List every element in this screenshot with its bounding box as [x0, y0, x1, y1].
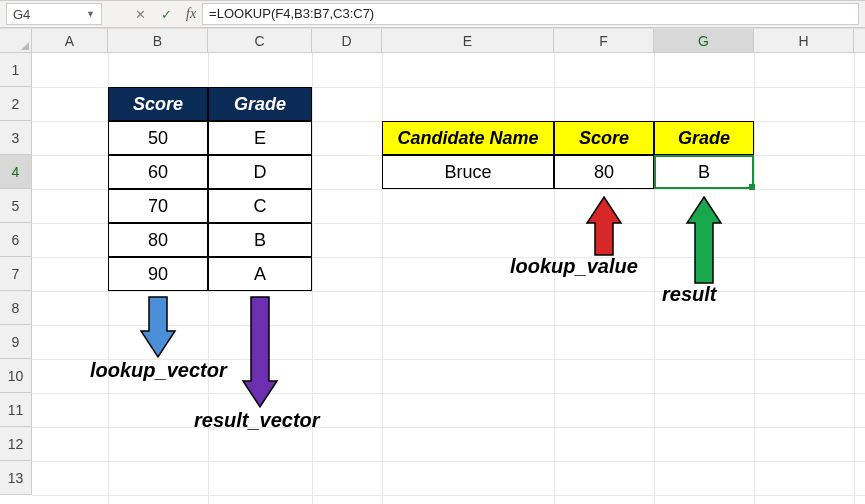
name-box[interactable]: G4 ▼ — [6, 3, 102, 25]
enter-formula-icon: ✓ — [158, 7, 174, 22]
row-header-12[interactable]: 12 — [0, 427, 32, 461]
col-header-A[interactable]: A — [32, 29, 108, 52]
col-header-D[interactable]: D — [312, 29, 382, 52]
row-header-11[interactable]: 11 — [0, 393, 32, 427]
lookup-grade-0[interactable]: E — [208, 121, 312, 155]
row-header-10[interactable]: 10 — [0, 359, 32, 393]
arrow-result-vector — [238, 295, 282, 411]
row-header-5[interactable]: 5 — [0, 189, 32, 223]
fill-handle[interactable] — [749, 184, 755, 190]
lookup-header-score[interactable]: Score — [108, 87, 208, 121]
col-header-C[interactable]: C — [208, 29, 312, 52]
row-header-4[interactable]: 4 — [0, 155, 32, 189]
col-header-E[interactable]: E — [382, 29, 554, 52]
row-header-9[interactable]: 9 — [0, 325, 32, 359]
lookup-score-4[interactable]: 90 — [108, 257, 208, 291]
cand-grade-active-cell[interactable]: B — [654, 155, 754, 189]
arrow-lookup-vector — [136, 295, 180, 361]
lookup-header-grade[interactable]: Grade — [208, 87, 312, 121]
lookup-grade-3[interactable]: B — [208, 223, 312, 257]
lookup-grade-1[interactable]: D — [208, 155, 312, 189]
row-header-1[interactable]: 1 — [0, 53, 32, 87]
cand-score[interactable]: 80 — [554, 155, 654, 189]
lookup-score-1[interactable]: 60 — [108, 155, 208, 189]
col-header-B[interactable]: B — [108, 29, 208, 52]
lookup-score-2[interactable]: 70 — [108, 189, 208, 223]
cand-header-score[interactable]: Score — [554, 121, 654, 155]
formula-bar-row: G4 ▼ ✕ ✓ fx =LOOKUP(F4,B3:B7,C3:C7) — [0, 0, 865, 28]
lookup-score-3[interactable]: 80 — [108, 223, 208, 257]
row-header-13[interactable]: 13 — [0, 461, 32, 495]
lookup-score-0[interactable]: 50 — [108, 121, 208, 155]
cand-name[interactable]: Bruce — [382, 155, 554, 189]
row-header-6[interactable]: 6 — [0, 223, 32, 257]
arrow-result — [682, 195, 726, 287]
grid-area[interactable]: ScoreGrade50E60D70C80B90ACandidate NameS… — [32, 53, 865, 504]
row-header-2[interactable]: 2 — [0, 87, 32, 121]
formula-bar[interactable]: =LOOKUP(F4,B3:B7,C3:C7) — [202, 3, 859, 25]
cand-header-grade[interactable]: Grade — [654, 121, 754, 155]
row-header-3[interactable]: 3 — [0, 121, 32, 155]
formula-tools: ✕ ✓ fx — [132, 6, 202, 22]
col-header-G[interactable]: G — [654, 29, 754, 52]
cancel-formula-icon: ✕ — [132, 7, 148, 22]
select-all-corner[interactable] — [0, 29, 32, 53]
name-box-value: G4 — [13, 7, 30, 22]
row-headers: 12345678910111213 — [0, 53, 32, 495]
label-result: result — [662, 283, 716, 306]
spreadsheet-grid[interactable]: ABCDEFGH 12345678910111213 ScoreGrade50E… — [0, 28, 865, 504]
label-lookup-vector: lookup_vector — [90, 359, 227, 382]
row-header-7[interactable]: 7 — [0, 257, 32, 291]
chevron-down-icon: ▼ — [86, 9, 95, 19]
label-lookup-value: lookup_value — [510, 255, 638, 278]
col-header-F[interactable]: F — [554, 29, 654, 52]
lookup-grade-4[interactable]: A — [208, 257, 312, 291]
arrow-lookup-value — [582, 195, 626, 259]
row-header-8[interactable]: 8 — [0, 291, 32, 325]
col-header-H[interactable]: H — [754, 29, 854, 52]
label-result-vector: result_vector — [194, 409, 320, 432]
lookup-grade-2[interactable]: C — [208, 189, 312, 223]
cand-header-name[interactable]: Candidate Name — [382, 121, 554, 155]
fx-icon[interactable]: fx — [186, 6, 196, 22]
column-headers: ABCDEFGH — [32, 29, 865, 53]
